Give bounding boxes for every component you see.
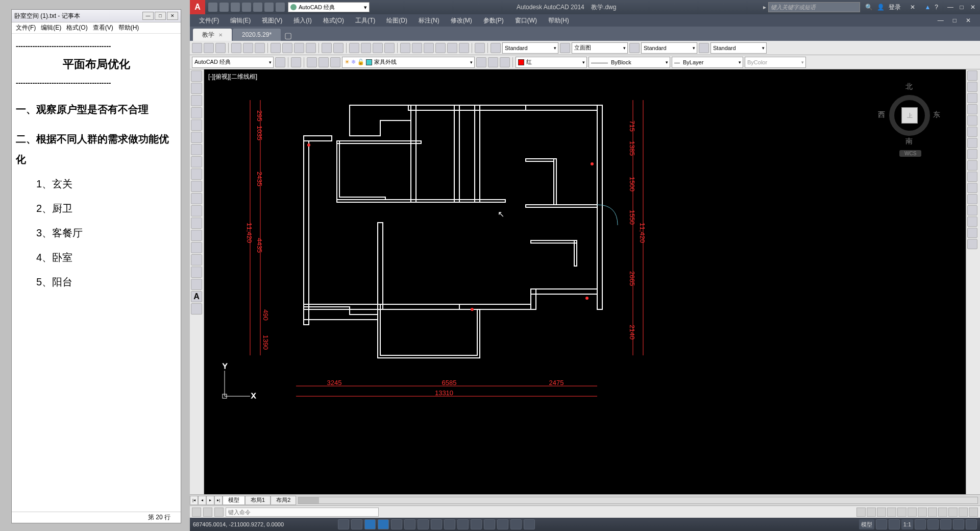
menu-edit[interactable]: 编辑(E): [226, 16, 255, 25]
autocad-titlebar[interactable]: A AutoCAD 经典 ▾ Autodesk AutoCAD 2014 教学.…: [190, 0, 980, 14]
dim-style-selector[interactable]: 立面图: [572, 42, 628, 54]
pan-icon[interactable]: [349, 43, 359, 53]
prop-icon[interactable]: [400, 43, 410, 53]
cmd-tool-icon[interactable]: [867, 508, 876, 517]
text-style-selector[interactable]: Standard: [502, 42, 558, 54]
cmd-tool-icon[interactable]: [918, 508, 927, 517]
menu-window[interactable]: 窗口(W): [511, 16, 541, 25]
menu-view[interactable]: 视图(V): [258, 16, 286, 25]
workspace-selector[interactable]: AutoCAD 经典 ▾: [288, 2, 370, 12]
login-label[interactable]: 登录: [889, 3, 901, 12]
join-icon[interactable]: [967, 205, 977, 215]
calc-icon[interactable]: [459, 43, 469, 53]
menu-help[interactable]: 帮助(H): [116, 23, 141, 32]
cmd-tool-icon[interactable]: [856, 508, 866, 517]
layer-selector[interactable]: ☀ ❄ 🔓 家具外线: [342, 57, 475, 68]
menu-help[interactable]: 帮助(H): [544, 16, 573, 25]
minimize-icon[interactable]: —: [945, 3, 955, 11]
offset-icon[interactable]: [967, 104, 977, 114]
circle-icon[interactable]: [191, 144, 202, 155]
scale-label[interactable]: 1:1: [901, 519, 913, 529]
open-icon[interactable]: [204, 43, 214, 53]
menu-parametric[interactable]: 参数(P): [479, 16, 508, 25]
viewcube-top[interactable]: 上: [901, 107, 918, 124]
lineweight-selector[interactable]: —ByLayer: [672, 57, 743, 68]
move-icon[interactable]: [967, 127, 977, 137]
search-icon[interactable]: 🔍: [865, 4, 873, 11]
open-icon[interactable]: [219, 3, 229, 12]
table-icon[interactable]: [191, 279, 202, 290]
layout-first-icon[interactable]: |◂: [190, 496, 198, 505]
mdi-close-icon[interactable]: ✕: [962, 17, 975, 24]
cmd-tool-icon[interactable]: [938, 508, 947, 517]
rotate-icon[interactable]: [967, 138, 977, 148]
viewcube-west[interactable]: 西: [878, 110, 885, 119]
layout-tab-model[interactable]: 模型: [223, 496, 245, 505]
line-icon[interactable]: [191, 70, 202, 82]
menu-tools[interactable]: 工具(T): [351, 16, 379, 25]
search-input[interactable]: 键入关键字或短语: [768, 2, 860, 12]
status-icon[interactable]: [927, 519, 939, 529]
match-icon[interactable]: [306, 43, 316, 53]
close-icon[interactable]: ✕: [968, 3, 978, 11]
ml-style-selector[interactable]: Standard: [710, 42, 767, 54]
sc-toggle[interactable]: [497, 519, 508, 529]
addselect-icon[interactable]: [191, 303, 202, 315]
dimstyle-icon[interactable]: [560, 43, 570, 53]
ssm-icon[interactable]: [435, 43, 446, 53]
pline-icon[interactable]: [191, 95, 202, 106]
menu-format[interactable]: 格式(O): [64, 23, 89, 32]
layerprev-icon[interactable]: [476, 57, 486, 67]
qp-toggle[interactable]: [484, 519, 495, 529]
cmd-history-icon[interactable]: [203, 508, 212, 517]
zoomprev-icon[interactable]: [384, 43, 395, 53]
preview-icon[interactable]: [243, 43, 253, 53]
layout-next-icon[interactable]: ▸: [206, 496, 214, 505]
tab-doc-1[interactable]: 教学✕: [193, 29, 232, 41]
point-icon[interactable]: [191, 230, 202, 241]
cmd-tool-icon[interactable]: [897, 508, 906, 517]
cmd-tool-icon[interactable]: [928, 508, 937, 517]
redo-icon[interactable]: [333, 43, 344, 53]
cmd-tool-icon[interactable]: [877, 508, 886, 517]
tablestyle-icon[interactable]: [629, 43, 640, 53]
cmd-recent-icon[interactable]: [214, 508, 224, 517]
stretch-icon[interactable]: [967, 160, 977, 171]
chamfer-icon[interactable]: [967, 216, 977, 227]
hatch-icon[interactable]: [191, 242, 202, 253]
osnap-toggle[interactable]: [391, 519, 402, 529]
ellipse-icon[interactable]: [191, 181, 202, 192]
menu-insert[interactable]: 插入(I): [289, 16, 315, 25]
status-icon[interactable]: [889, 519, 900, 529]
cmd-tool-icon[interactable]: [948, 508, 958, 517]
layout-tab-1[interactable]: 布局1: [245, 496, 271, 505]
zoom-icon[interactable]: [361, 43, 371, 53]
saveas-icon[interactable]: [242, 3, 251, 12]
block-icon[interactable]: [191, 218, 202, 229]
new-icon[interactable]: [192, 43, 202, 53]
save-icon[interactable]: [231, 3, 240, 12]
revcloud-icon[interactable]: [191, 156, 202, 167]
help-icon[interactable]: [475, 43, 485, 53]
cmd-tool-icon[interactable]: [969, 508, 978, 517]
grid-toggle[interactable]: [351, 519, 362, 529]
ellipsearc-icon[interactable]: [191, 193, 202, 204]
mdi-minimize-icon[interactable]: —: [934, 17, 948, 24]
mirror-icon[interactable]: [967, 93, 977, 103]
menu-format[interactable]: 格式(O): [319, 16, 348, 25]
cmd-tool-icon[interactable]: [908, 508, 917, 517]
coordinates[interactable]: 687405.0014, -211000.9272, 0.0000: [193, 521, 336, 527]
autocad-logo-icon[interactable]: A: [190, 0, 205, 14]
layer-icon[interactable]: [291, 57, 301, 67]
new-icon[interactable]: [208, 3, 217, 12]
zoomwin-icon[interactable]: [373, 43, 383, 53]
ducs-toggle[interactable]: [431, 519, 442, 529]
gradient-icon[interactable]: [191, 254, 202, 266]
markup-icon[interactable]: [447, 43, 457, 53]
layout-prev-icon[interactable]: ◂: [198, 496, 206, 505]
insert-icon[interactable]: [191, 205, 202, 216]
layeriso-icon[interactable]: [500, 57, 510, 67]
viewcube-south[interactable]: 南: [905, 137, 913, 146]
table-style-selector[interactable]: Standard: [641, 42, 697, 54]
layout-last-icon[interactable]: ▸|: [214, 496, 223, 505]
